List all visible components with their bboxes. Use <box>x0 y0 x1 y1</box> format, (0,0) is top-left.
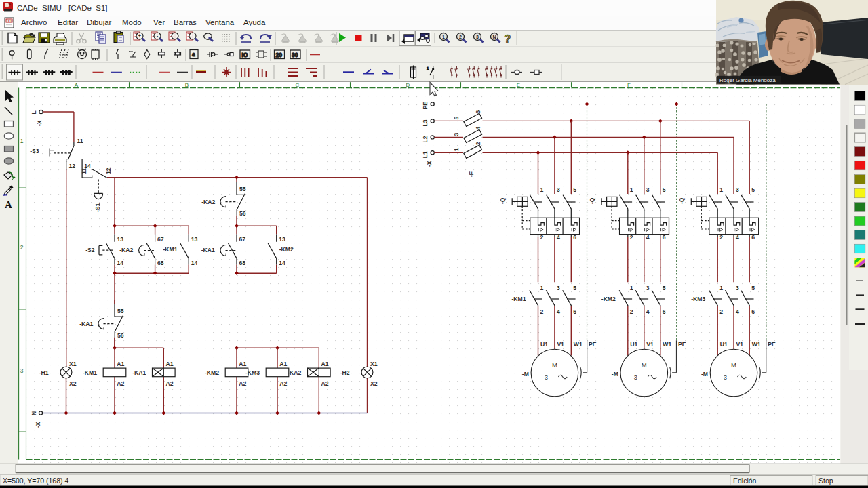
svg-text:Archivo: Archivo <box>21 18 47 26</box>
svg-text:6: 6 <box>573 308 576 315</box>
svg-text:1: 1 <box>540 186 544 193</box>
svg-text:L2: L2 <box>422 136 429 142</box>
svg-text:Edición: Edición <box>733 476 757 485</box>
svg-text:V1: V1 <box>557 341 564 348</box>
svg-text:Stop: Stop <box>818 476 833 485</box>
svg-text:4: 4 <box>557 234 560 241</box>
svg-text:5: 5 <box>454 116 460 119</box>
svg-text:A2: A2 <box>321 380 329 387</box>
svg-text:M: M <box>642 361 647 369</box>
svg-text:3: 3 <box>557 285 560 291</box>
svg-text:Dibujar: Dibujar <box>87 18 112 26</box>
svg-text:DOC: DOC <box>7 20 14 23</box>
svg-text:-KM2: -KM2 <box>601 296 616 302</box>
svg-text:2: 2 <box>719 308 723 315</box>
svg-text:3: 3 <box>736 186 739 193</box>
svg-text:4: 4 <box>736 234 739 241</box>
svg-text:U1: U1 <box>540 341 548 348</box>
svg-text:U1: U1 <box>720 341 728 348</box>
svg-text:B: B <box>185 82 189 88</box>
svg-text:-KM3: -KM3 <box>691 296 705 302</box>
svg-text:-M: -M <box>701 371 708 378</box>
svg-text:6: 6 <box>751 308 755 315</box>
svg-text:5: 5 <box>573 186 576 193</box>
svg-text:11: 11 <box>81 168 87 174</box>
svg-text:-Q: -Q <box>678 197 685 204</box>
svg-text:-KM2: -KM2 <box>279 246 294 253</box>
svg-text:5: 5 <box>663 186 666 193</box>
svg-text:-KA1: -KA1 <box>79 321 93 327</box>
svg-text:68: 68 <box>157 260 164 266</box>
svg-text:A: A <box>75 82 79 88</box>
svg-text:Editar: Editar <box>58 18 78 26</box>
svg-text:4: 4 <box>557 308 560 315</box>
svg-text:PE: PE <box>589 341 597 348</box>
svg-text:55: 55 <box>239 186 246 192</box>
svg-text:V1: V1 <box>736 341 744 348</box>
svg-text:A1: A1 <box>117 361 124 367</box>
svg-text:A1: A1 <box>166 361 174 367</box>
svg-text:3: 3 <box>634 374 637 381</box>
svg-text:U1: U1 <box>630 341 637 348</box>
svg-text:-F: -F <box>468 171 475 177</box>
svg-text:-H2: -H2 <box>340 369 350 376</box>
svg-text:1: 1 <box>719 186 723 193</box>
svg-text:-X: -X <box>35 422 41 428</box>
svg-text:A1: A1 <box>321 361 329 367</box>
svg-text:X2: X2 <box>370 380 378 387</box>
svg-text:N: N <box>31 411 37 415</box>
svg-text:1: 1 <box>442 35 445 39</box>
svg-text:C: C <box>296 82 300 88</box>
svg-text:-KA2: -KA2 <box>288 369 301 376</box>
svg-text:56: 56 <box>239 210 246 217</box>
svg-text:CADe_SIMU - [CADe_S1]: CADe_SIMU - [CADe_S1] <box>17 4 108 12</box>
svg-text:-KM1: -KM1 <box>83 369 97 376</box>
svg-text:1: 1 <box>719 285 723 291</box>
svg-text:5: 5 <box>751 186 755 193</box>
svg-text:-KA1: -KA1 <box>201 247 215 253</box>
svg-text:12: 12 <box>105 167 112 174</box>
svg-text:1: 1 <box>540 285 544 291</box>
svg-text:1: 1 <box>454 148 460 151</box>
svg-text:W1: W1 <box>752 341 761 348</box>
svg-text:3: 3 <box>20 367 24 374</box>
svg-text:Barras: Barras <box>174 18 197 26</box>
svg-text:-X: -X <box>426 161 433 167</box>
svg-text:55: 55 <box>117 308 124 314</box>
svg-text:A1: A1 <box>239 361 246 367</box>
svg-text:A: A <box>5 199 12 210</box>
svg-text:2: 2 <box>719 234 723 241</box>
svg-text:3: 3 <box>736 285 739 291</box>
svg-text:PE: PE <box>678 341 686 348</box>
svg-text:W1: W1 <box>574 341 583 348</box>
svg-text:5: 5 <box>573 285 576 291</box>
svg-text:&: & <box>192 52 195 57</box>
svg-text:-S2: -S2 <box>85 247 95 253</box>
svg-text:2: 2 <box>540 308 544 315</box>
svg-text:3: 3 <box>545 374 548 381</box>
svg-text:A2: A2 <box>239 380 246 387</box>
svg-text:Roger Garcia Mendoza: Roger Garcia Mendoza <box>719 77 776 83</box>
svg-text:D: D <box>406 82 410 88</box>
svg-text:6: 6 <box>751 234 755 241</box>
svg-text:E: E <box>517 82 520 88</box>
svg-text:1: 1 <box>630 186 633 193</box>
svg-text:2: 2 <box>475 142 481 145</box>
svg-text:-Q: -Q <box>589 197 595 204</box>
svg-text:3: 3 <box>557 186 560 193</box>
svg-text:13: 13 <box>279 236 285 243</box>
svg-text:14: 14 <box>279 260 285 266</box>
svg-text:1: 1 <box>630 285 633 291</box>
svg-text:-M: -M <box>522 371 529 378</box>
svg-text:L3: L3 <box>422 119 429 126</box>
svg-text:6: 6 <box>663 234 666 241</box>
svg-text:-KA2: -KA2 <box>119 247 133 253</box>
svg-text:-M: -M <box>612 371 618 378</box>
svg-text:3: 3 <box>454 132 460 136</box>
svg-text:4: 4 <box>646 234 650 241</box>
svg-text:3: 3 <box>476 35 479 39</box>
svg-text:-KM2: -KM2 <box>205 369 219 376</box>
svg-text:A1: A1 <box>279 361 287 367</box>
svg-text:-KM1: -KM1 <box>163 246 178 253</box>
svg-text:Ventana: Ventana <box>205 18 235 26</box>
